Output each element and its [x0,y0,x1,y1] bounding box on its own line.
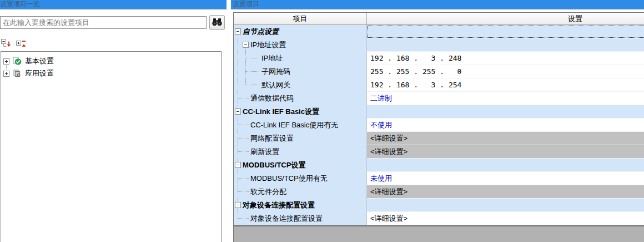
table-row: IP地址设置 [234,38,644,52]
tree-connector [238,172,238,185]
item-cell[interactable]: MODBUS/TCP使用有无 [234,172,367,185]
item-cell[interactable]: CC-Link IEF Basic设置 [234,105,367,118]
item-label: CC-Link IEF Basic设置 [243,107,319,117]
tree-connector [238,98,249,98]
left-panel-title: 设置项目一览 [0,0,227,9]
item-label: 自节点设置 [243,27,279,37]
collapse-all-icon [1,39,12,50]
tree-connector [246,58,259,58]
value-cell[interactable]: <详细设置> [367,145,644,159]
table-filler-area [234,225,644,242]
search-input[interactable] [0,16,207,29]
tree-connector [238,92,238,105]
table-row: 子网掩码255 . 255 . 255 . 0 [234,65,644,78]
tree-item-label: 应用设置 [25,68,54,78]
tree-connector [245,65,246,78]
expand-toggle[interactable] [3,71,9,77]
right-panel-title: 设置项目 [231,0,644,9]
tree-connector [238,118,238,132]
value-cell[interactable]: 二进制 [367,92,644,105]
tree-connector [238,132,238,145]
value-cell[interactable]: <详细设置> [367,212,644,225]
expand-toggle[interactable] [3,58,9,65]
settings-table: 项目 设置 自节点设置IP地址设置IP地址192 . 168 . 3 . 248… [233,12,644,242]
expand-all-button[interactable] [16,39,28,50]
table-row: CC-Link IEF Basic使用有无不使用 [234,118,644,132]
right-panel-title-text: 设置项目 [233,0,259,8]
value-cell[interactable] [367,199,644,212]
item-cell[interactable]: IP地址设置 [234,38,367,52]
item-cell[interactable]: 通信数据代码 [234,92,367,105]
tree-connector [246,71,259,72]
tree-connector [238,151,249,152]
value-cell[interactable]: 192 . 168 . 3 . 254 [367,78,644,92]
tree-connector [238,185,238,199]
table-row: 刷新设置<详细设置> [234,145,644,159]
tree-connector [238,52,238,65]
item-label: 对象设备连接配置设置 [250,214,323,224]
item-cell[interactable]: 刷新设置 [234,145,367,159]
table-row: 对象设备连接配置设置 [234,199,644,212]
item-cell[interactable]: MODBUS/TCP设置 [234,159,367,172]
table-row: 网络配置设置<详细设置> [234,132,644,145]
collapse-expander[interactable] [235,202,241,208]
item-label: IP地址 [261,53,283,63]
tree-connector [238,38,238,52]
settings-item-panel: 设置项目 项目 设置 自节点设置IP地址设置IP地址192 . 168 . 3 … [231,0,644,242]
settings-table-inner: 项目 设置 自节点设置IP地址设置IP地址192 . 168 . 3 . 248… [234,13,644,242]
value-cell[interactable] [367,25,644,38]
table-row: 自节点设置 [234,25,644,38]
item-label: 软元件分配 [250,187,286,197]
column-header-setting: 设置 [367,13,644,24]
tree-item-基本设置[interactable]: 基本设置 [1,55,221,67]
value-cell[interactable] [367,159,644,172]
item-cell[interactable]: 网络配置设置 [234,132,367,145]
settings-item-list-panel: 设置项目一览 [0,0,227,242]
table-row: 对象设备连接配置设置<详细设置> [234,212,644,225]
tree-toolbar [1,39,28,50]
item-cell[interactable]: 软元件分配 [234,185,367,199]
value-cell[interactable] [367,38,644,52]
item-label: CC-Link IEF Basic使用有无 [250,120,338,130]
tree-connector [238,125,249,125]
item-cell[interactable]: 对象设备连接配置设置 [234,212,367,225]
tree-item-应用设置[interactable]: 应用设置 [1,67,221,80]
value-cell[interactable] [367,105,644,118]
value-cell[interactable]: 未使用 [367,172,644,185]
item-cell[interactable]: 自节点设置 [234,25,367,38]
table-row: CC-Link IEF Basic设置 [234,105,644,118]
tree-connector [238,78,238,92]
tree-connector [245,78,246,85]
item-cell[interactable]: 默认网关 [234,78,367,92]
table-row: IP地址192 . 168 . 3 . 248 [234,52,644,65]
expand-all-icon [16,39,27,50]
collapse-expander[interactable] [243,42,249,48]
item-label: 对象设备连接配置设置 [243,200,315,210]
tree-connector [238,145,238,159]
item-cell[interactable]: IP地址 [234,52,367,65]
item-label: IP地址设置 [250,40,286,50]
collapse-expander[interactable] [235,162,241,168]
value-cell[interactable]: <详细设置> [367,132,644,145]
tree-connector [238,138,249,139]
collapse-expander[interactable] [235,28,241,34]
item-label: 默认网关 [261,80,290,90]
tree-connector [238,191,249,192]
tree-connector [238,65,238,78]
value-cell[interactable]: 不使用 [367,118,644,132]
value-cell[interactable]: <详细设置> [367,185,644,199]
collapse-expander[interactable] [235,108,241,115]
item-label: 子网掩码 [261,67,290,77]
item-label: MODBUS/TCP使用有无 [250,174,328,184]
item-cell[interactable]: 子网掩码 [234,65,367,78]
binoculars-icon [212,17,223,28]
item-label: 刷新设置 [250,147,279,157]
value-cell[interactable]: 255 . 255 . 255 . 0 [367,65,644,78]
value-cell[interactable]: 192 . 168 . 3 . 248 [367,52,644,65]
table-row: 通信数据代码二进制 [234,92,644,105]
collapse-all-button[interactable] [1,39,13,50]
item-cell[interactable]: CC-Link IEF Basic使用有无 [234,118,367,132]
search-button[interactable] [209,15,225,30]
tree-connector [238,218,249,219]
item-cell[interactable]: 对象设备连接配置设置 [234,199,367,212]
